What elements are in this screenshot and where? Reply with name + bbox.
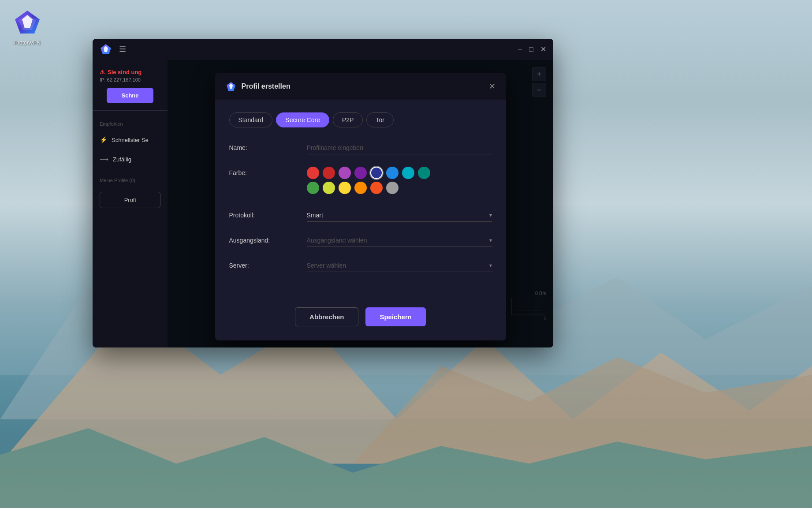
fastest-server-label: Schnellster Se [112, 137, 149, 143]
map-area: + − 0 B/s [168, 60, 553, 347]
create-profile-dialog: Profil erstellen ✕ Standard Secure Core … [215, 73, 506, 340]
server-control: Server wählen ▾ [307, 259, 492, 272]
color-swatch-deep-orange[interactable] [370, 182, 383, 194]
color-row-2 [307, 182, 492, 194]
close-button[interactable]: ✕ [540, 46, 546, 53]
sidebar-item-random[interactable]: ⟿ Zufällig [93, 151, 168, 167]
desktop-icon-protonvpn[interactable]: ProtonVPN [13, 9, 41, 46]
server-select[interactable]: Server wählen ▾ [307, 259, 492, 272]
color-swatch-green[interactable] [307, 182, 319, 194]
server-chevron-icon: ▾ [489, 262, 492, 269]
color-control [307, 167, 492, 197]
connection-status: ⚠ Sie sind ung [100, 69, 160, 75]
tab-secure-core[interactable]: Secure Core [276, 112, 329, 127]
color-swatch-lime[interactable] [323, 182, 335, 194]
server-placeholder: Server wählen [307, 262, 489, 269]
color-swatch-cyan[interactable] [402, 167, 414, 179]
tab-tor[interactable]: Tor [366, 112, 393, 127]
exit-country-placeholder: Ausgangsland wählen [307, 237, 489, 244]
color-swatch-dark-purple[interactable] [354, 167, 367, 179]
sidebar-status: ⚠ Sie sind ung IP: 62.227.167.100 Schne [93, 69, 168, 111]
random-label: Zufällig [113, 156, 131, 163]
color-swatch-light-purple[interactable] [339, 167, 351, 179]
exit-country-select[interactable]: Ausgangsland wählen ▾ [307, 234, 492, 247]
color-swatch-yellow[interactable] [339, 182, 351, 194]
name-form-row: Name: [229, 142, 492, 154]
ip-address: IP: 62.227.167.100 [100, 77, 160, 82]
app-window: ☰ − □ ✕ ⚠ Sie sind ung IP: 62.227.167.10… [93, 39, 553, 347]
color-swatch-teal[interactable] [418, 167, 430, 179]
color-row-1 [307, 167, 492, 179]
color-swatch-dark-red[interactable] [323, 167, 335, 179]
exit-country-form-row: Ausgangsland: Ausgangsland wählen ▾ [229, 234, 492, 247]
app-titlebar: ☰ − □ ✕ [93, 39, 553, 60]
dialog-header: Profil erstellen ✕ [215, 73, 506, 100]
desktop-icon-label: ProtonVPN [14, 40, 41, 46]
name-label: Name: [229, 142, 300, 151]
titlebar-controls: − □ ✕ [518, 46, 546, 53]
color-label: Farbe: [229, 167, 300, 176]
minimize-button[interactable]: − [518, 46, 522, 53]
server-label: Server: [229, 259, 300, 269]
dialog-title: Profil erstellen [242, 82, 484, 90]
sidebar-item-fastest[interactable]: ⚡ Schnellster Se [93, 132, 168, 148]
quick-connect-button[interactable]: Schne [107, 88, 153, 103]
color-swatch-navy[interactable] [370, 167, 383, 179]
protocol-value: Smart [307, 212, 489, 219]
random-icon: ⟿ [100, 156, 108, 163]
protocol-form-row: Protokoll: Smart ▾ [229, 209, 492, 222]
app-content: ⚠ Sie sind ung IP: 62.227.167.100 Schne … [93, 60, 553, 347]
hamburger-menu-icon[interactable]: ☰ [119, 45, 126, 54]
color-form-row: Farbe: [229, 167, 492, 197]
tab-p2p[interactable]: P2P [333, 112, 363, 127]
dialog-overlay: Profil erstellen ✕ Standard Secure Core … [168, 60, 553, 347]
name-input[interactable] [307, 142, 492, 154]
nav-label-empfohlen: Empfohlen [93, 118, 168, 128]
protonvpn-logo-icon [13, 9, 41, 37]
cancel-button[interactable]: Abbrechen [295, 307, 358, 326]
color-swatch-gray[interactable] [386, 182, 399, 194]
dialog-close-button[interactable]: ✕ [489, 82, 495, 91]
create-profile-button[interactable]: Profi [100, 192, 160, 208]
exit-country-label: Ausgangsland: [229, 234, 300, 244]
app-logo-icon [100, 43, 112, 56]
warning-icon: ⚠ [100, 69, 105, 75]
name-input-control [307, 142, 492, 154]
maximize-button[interactable]: □ [529, 46, 533, 53]
protocol-label: Protokoll: [229, 209, 300, 219]
color-swatch-blue[interactable] [386, 167, 399, 179]
protocol-control: Smart ▾ [307, 209, 492, 222]
server-form-row: Server: Server wählen ▾ [229, 259, 492, 272]
protocol-chevron-icon: ▾ [489, 212, 492, 218]
save-button[interactable]: Speichern [365, 307, 426, 326]
protocol-select[interactable]: Smart ▾ [307, 209, 492, 222]
color-swatch-orange[interactable] [354, 182, 367, 194]
status-text: Sie sind ung [108, 69, 142, 75]
dialog-logo-icon [226, 81, 236, 92]
lightning-icon: ⚡ [100, 136, 107, 143]
sidebar: ⚠ Sie sind ung IP: 62.227.167.100 Schne … [93, 60, 168, 347]
exit-country-chevron-icon: ▾ [489, 237, 492, 243]
profiles-section-label: Meine Profile (0) [93, 171, 168, 185]
dialog-footer: Abbrechen Speichern [215, 297, 506, 340]
exit-country-control: Ausgangsland wählen ▾ [307, 234, 492, 247]
tab-standard[interactable]: Standard [229, 112, 273, 127]
color-swatch-red[interactable] [307, 167, 319, 179]
desktop: ProtonVPN ☰ − □ ✕ [0, 0, 812, 508]
tab-bar: Standard Secure Core P2P Tor [229, 112, 492, 127]
dialog-body: Standard Secure Core P2P Tor Name: [215, 100, 506, 297]
